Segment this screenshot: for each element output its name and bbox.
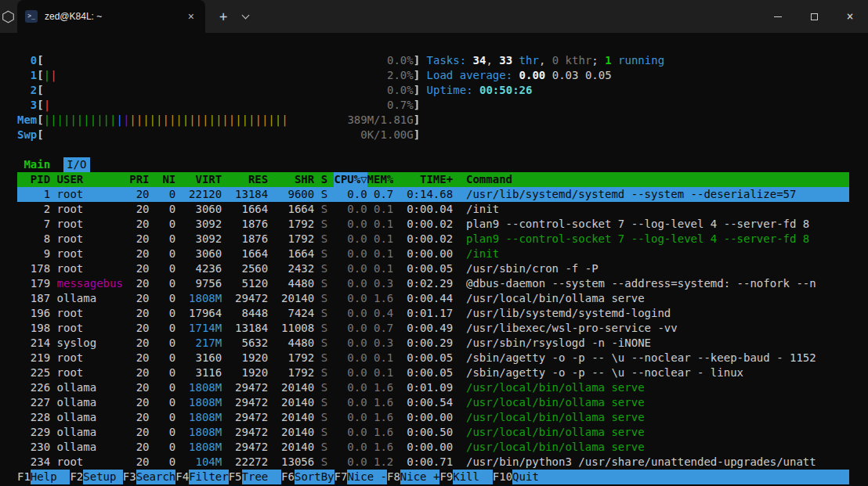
column-header-ni[interactable]: NI xyxy=(156,172,175,187)
fnkey-f8[interactable]: F8Nice + xyxy=(387,470,439,484)
cell-cpu: 0.0 xyxy=(334,351,367,365)
cell-pri: 20 xyxy=(129,306,149,321)
process-row[interactable]: 2root200306016641664S0.00.10:00.04/init xyxy=(17,202,849,217)
process-row[interactable]: 226ollama2001808M2947220140S0.01.60:01.0… xyxy=(17,380,849,395)
cell-user: root xyxy=(57,321,123,336)
screen-tab-io[interactable]: I/O xyxy=(63,157,90,172)
process-row[interactable]: 7root200309218761792S0.00.10:00.02plan9 … xyxy=(17,217,849,232)
process-row[interactable]: 230ollama2001808M2947220140S0.01.60:00.0… xyxy=(17,440,849,455)
cell-cmd: /usr/local/bin/ollama serve xyxy=(466,395,849,410)
cell-ni: 0 xyxy=(156,306,175,321)
cell-virt: 1714M xyxy=(183,321,222,336)
minimize-button[interactable] xyxy=(760,0,796,33)
cell-mem: 1.6 xyxy=(367,440,394,455)
cell-pid: 214 xyxy=(17,336,50,351)
cell-cpu: 0.0 xyxy=(334,336,367,351)
cell-pri: 20 xyxy=(129,365,149,380)
cell-pid: 187 xyxy=(17,291,50,306)
column-header-pri[interactable]: PRI xyxy=(129,172,149,187)
process-row[interactable]: 234root200104M2227213056S0.01.20:00.71/u… xyxy=(17,455,849,470)
process-row[interactable]: 228ollama2001808M2947220140S0.01.60:00.0… xyxy=(17,410,849,425)
column-header-user[interactable]: USER xyxy=(57,172,123,187)
process-row[interactable]: 225root200311619201792S0.00.10:00.05/sbi… xyxy=(17,365,849,380)
fnkey-f4[interactable]: F4Filter xyxy=(175,470,228,484)
cell-res: 5632 xyxy=(229,336,269,351)
meter-ticks: ||||||||||||||||||||||||||||||||||||| xyxy=(44,113,288,128)
process-row[interactable]: 227ollama2001808M2947220140S0.01.60:00.5… xyxy=(17,395,849,410)
tab-dropdown-button[interactable] xyxy=(235,0,256,33)
fnkey-f2[interactable]: F2Setup xyxy=(70,470,122,484)
column-header-cpu[interactable]: CPU%▽ xyxy=(334,172,367,187)
column-header-s[interactable]: S xyxy=(321,172,327,187)
cell-time: 0:00.05 xyxy=(400,351,453,365)
cell-pid: 225 xyxy=(17,365,50,380)
fnkey-f5[interactable]: F5Tree xyxy=(229,470,281,484)
meter-line: Mem[||||||||||||||||||||||||||||||||||||… xyxy=(17,113,849,128)
cell-res: 1876 xyxy=(229,232,269,247)
cell-pid: 226 xyxy=(17,380,50,395)
column-header-res[interactable]: RES xyxy=(229,172,269,187)
fnkey-f7[interactable]: F7Nice - xyxy=(335,470,387,484)
fnkey-f6[interactable]: F6SortBy xyxy=(281,470,334,484)
column-header-pid[interactable]: PID xyxy=(17,172,50,187)
cell-mem: 0.1 xyxy=(367,247,394,261)
cell-s: S xyxy=(321,247,327,261)
cell-mem: 0.7 xyxy=(367,321,394,336)
cell-shr: 20140 xyxy=(275,380,315,395)
close-button[interactable]: × xyxy=(832,0,868,33)
cell-user: root xyxy=(57,351,123,365)
cell-s: S xyxy=(321,202,327,217)
cell-virt: 1808M xyxy=(183,425,222,440)
column-header-time[interactable]: TIME+ xyxy=(400,172,453,187)
blank-line xyxy=(17,142,849,157)
cell-user: ollama xyxy=(57,425,123,440)
tab-title: zed@K84L: ~ xyxy=(45,11,178,22)
screen-tab-main[interactable]: Main xyxy=(24,157,50,172)
meter-bracket: ] xyxy=(414,128,420,142)
cell-shr: 20140 xyxy=(275,440,315,455)
cell-user: syslog xyxy=(57,336,123,351)
cpu0-meter-label: 0 xyxy=(17,53,37,68)
meter-tick-red: | xyxy=(50,69,56,81)
tab-close-icon[interactable]: × xyxy=(185,10,197,23)
process-row[interactable]: 229ollama2001808M2947220140S0.01.60:00.5… xyxy=(17,425,849,440)
fnkey-f10[interactable]: F10Quit xyxy=(493,470,552,484)
cell-user: root xyxy=(57,247,123,261)
maximize-button[interactable] xyxy=(796,0,832,33)
process-row[interactable]: 8root200309218761792S0.00.10:00.02plan9 … xyxy=(17,232,849,247)
cell-virt: 9756 xyxy=(183,276,222,291)
cell-cmd: /usr/local/bin/ollama serve xyxy=(466,291,849,306)
process-row[interactable]: 214syslog200217M56324480S0.00.30:00.29/u… xyxy=(17,336,849,351)
cell-mem: 0.3 xyxy=(367,276,394,291)
process-row[interactable]: 178root200423625602432S0.00.10:00.05/usr… xyxy=(17,261,849,276)
cell-shr: 1664 xyxy=(275,202,315,217)
cell-cpu: 0.0 xyxy=(334,410,367,425)
column-header-mem[interactable]: MEM% xyxy=(367,172,394,187)
chevron-down-icon xyxy=(242,11,250,19)
process-row[interactable]: 1root20022120131849600S0.00.70:14.68/usr… xyxy=(17,187,849,202)
process-row[interactable]: 219root200316019201792S0.00.10:00.05/sbi… xyxy=(17,351,849,365)
process-row[interactable]: 196root2001796484487424S0.00.40:01.17/us… xyxy=(17,306,849,321)
cell-s: S xyxy=(321,276,327,291)
fnkey-f3[interactable]: F3Search xyxy=(123,470,175,484)
process-row[interactable]: 9root200306016641664S0.00.10:00.00/init xyxy=(17,247,849,261)
column-header-virt[interactable]: VIRT xyxy=(183,172,222,187)
cell-pri: 20 xyxy=(129,232,149,247)
column-header-shr[interactable]: SHR xyxy=(275,172,315,187)
cell-s: S xyxy=(321,351,327,365)
cell-time: 0:01.09 xyxy=(400,380,453,395)
process-row[interactable]: 198root2001714M1318411008S0.00.70:00.49/… xyxy=(17,321,849,336)
terminal-tab[interactable]: >_ zed@K84L: ~ × xyxy=(17,0,205,33)
process-row[interactable]: 179messagebus200975651204480S0.00.30:02.… xyxy=(17,276,849,291)
cell-s: S xyxy=(321,380,327,395)
column-header-cmd[interactable]: Command xyxy=(466,172,849,187)
fnkey-f1[interactable]: F1Help xyxy=(17,470,70,484)
fnkey-f9[interactable]: F9Kill xyxy=(439,470,492,484)
cell-time: 0:00.00 xyxy=(400,440,453,455)
new-tab-button[interactable]: + xyxy=(212,0,235,33)
cell-s: S xyxy=(321,291,327,306)
cell-s: S xyxy=(321,261,327,276)
cell-mem: 0.3 xyxy=(367,336,394,351)
mem-meter-value: 389M/1.81G xyxy=(347,113,413,128)
process-row[interactable]: 187ollama2001808M2947220140S0.01.60:00.4… xyxy=(17,291,849,306)
